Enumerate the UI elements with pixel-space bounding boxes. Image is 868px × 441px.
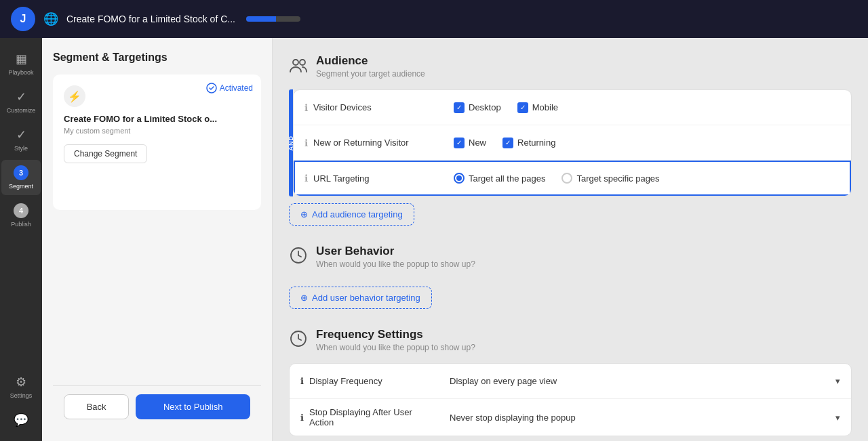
visitor-devices-row: ℹ Visitor Devices ✓ Desktop ✓ Mobile [294, 90, 851, 125]
mobile-check-box: ✓ [517, 102, 528, 113]
info-icon-returning: ℹ [304, 138, 308, 148]
visitor-devices-label: ℹ Visitor Devices [294, 94, 443, 121]
info-icon-frequency: ℹ [300, 376, 304, 386]
new-check-box: ✓ [454, 138, 465, 148]
chevron-down-icon[interactable]: ▾ [835, 376, 840, 386]
segment-panel-title: Segment & Targetings [53, 51, 261, 64]
style-icon: ✓ [16, 127, 26, 142]
frequency-icon [289, 329, 308, 352]
info-icon-url: ℹ [304, 173, 308, 184]
new-returning-options: ✓ New ✓ Returning [443, 129, 851, 156]
info-icon-devices: ℹ [304, 102, 308, 113]
segment-name: Create FOMO for a Limited Stock o... [64, 114, 250, 124]
segment-description: My custom segment [64, 127, 250, 135]
sidebar-item-style[interactable]: ✓ Style [1, 122, 41, 157]
url-targeting-options: Target all the pages Target specific pag… [443, 165, 851, 192]
audience-table: ℹ Visitor Devices ✓ Desktop ✓ Mobile [293, 89, 852, 196]
plus-circle-icon: ⊕ [300, 209, 308, 219]
audience-section: Audience Segment your target audience AN… [289, 54, 852, 226]
desktop-checkbox[interactable]: ✓ Desktop [454, 102, 501, 113]
back-button[interactable]: Back [64, 394, 129, 419]
sidebar-item-playbook[interactable]: ▦ Playbook [1, 46, 41, 81]
next-to-publish-button[interactable]: Next to Publish [136, 394, 250, 419]
audience-table-container: AND ℹ Visitor Devices ✓ Desktop [289, 89, 852, 196]
visitor-devices-options: ✓ Desktop ✓ Mobile [443, 94, 851, 121]
add-user-behavior-button[interactable]: ⊕ Add user behavior targeting [289, 287, 432, 309]
new-checkbox[interactable]: ✓ New [454, 138, 486, 148]
target-all-pages-radio[interactable]: Target all the pages [454, 173, 545, 184]
returning-check-box: ✓ [502, 138, 513, 148]
chevron-down-icon-stop[interactable]: ▾ [835, 413, 840, 423]
stop-displaying-label: ℹ Stop Displaying After User Action [290, 399, 439, 436]
chat-icon: 💬 [14, 413, 28, 427]
audience-title: Audience [316, 54, 425, 68]
stop-displaying-value: Never stop displaying the popup ▾ [439, 404, 851, 431]
sidebar-label-style: Style [14, 145, 28, 152]
frequency-section: Frequency Settings When would you like t… [289, 328, 852, 436]
top-bar: J 🌐 Create FOMO for a Limited Stock of C… [0, 0, 868, 38]
activated-label: Activated [220, 83, 253, 93]
progress-track [246, 16, 300, 22]
new-returning-row: ℹ New or Returning Visitor ✓ New ✓ Retur… [294, 125, 851, 161]
user-behavior-icon [289, 246, 308, 269]
lightning-icon: ⚡ [64, 85, 85, 107]
segment-panel: Segment & Targetings Activated ⚡ Create … [42, 38, 273, 441]
sidebar-label-publish: Publish [11, 221, 31, 228]
playbook-icon: ▦ [16, 51, 27, 66]
sidebar-label-customize: Customize [7, 107, 36, 114]
user-behavior-header: User Behavior When would you like the po… [289, 245, 852, 269]
url-targeting-row: ℹ URL Targeting Target all the pages Tar… [294, 161, 851, 196]
sidebar-item-segment[interactable]: 3 Segment [1, 160, 41, 195]
new-returning-label: ℹ New or Returning Visitor [294, 129, 443, 156]
sidebar-item-publish[interactable]: 4 Publish [1, 198, 41, 233]
frequency-title: Frequency Settings [316, 328, 475, 341]
change-segment-button[interactable]: Change Segment [64, 144, 147, 163]
sidebar-label-playbook: Playbook [8, 69, 33, 76]
user-behavior-section: User Behavior When would you like the po… [289, 245, 852, 309]
display-frequency-label: ℹ Display Frequency [290, 368, 439, 394]
add-audience-targeting-button[interactable]: ⊕ Add audience targeting [289, 203, 414, 226]
target-specific-radio-circle [561, 173, 572, 184]
display-frequency-value: Display on every page view ▾ [439, 368, 851, 394]
check-circle-icon [206, 83, 217, 93]
svg-point-1 [293, 60, 298, 65]
publish-step-badge: 4 [14, 203, 28, 218]
app-logo: J [11, 7, 35, 31]
mobile-checkbox[interactable]: ✓ Mobile [517, 102, 558, 113]
target-all-radio-circle [454, 173, 465, 184]
bottom-bar: Back Next to Publish [53, 385, 261, 427]
returning-checkbox[interactable]: ✓ Returning [502, 138, 555, 148]
url-targeting-label: ℹ URL Targeting [294, 165, 443, 192]
progress-fill [246, 16, 276, 22]
and-label: AND [288, 133, 294, 154]
info-icon-stop: ℹ [300, 413, 304, 423]
segment-step-badge: 3 [14, 165, 28, 180]
sidebar-item-customize[interactable]: ✓ Customize [1, 84, 41, 119]
settings-icon: ⚙ [16, 375, 26, 390]
user-behavior-title: User Behavior [316, 245, 475, 258]
audience-header: Audience Segment your target audience [289, 54, 852, 79]
target-specific-pages-radio[interactable]: Target specific pages [561, 173, 659, 184]
frequency-subtitle: When would you like the popup to show up… [316, 343, 475, 352]
frequency-table: ℹ Display Frequency Display on every pag… [289, 363, 852, 436]
segment-card: Activated ⚡ Create FOMO for a Limited St… [53, 75, 261, 210]
user-behavior-subtitle: When would you like the popup to show up… [316, 259, 475, 269]
audience-icon [289, 56, 308, 79]
audience-subtitle: Segment your target audience [316, 69, 425, 79]
sidebar-item-settings[interactable]: ⚙ Settings [1, 369, 41, 404]
segment-status: Activated [206, 83, 253, 93]
sidebar-item-chat[interactable]: 💬 [1, 407, 41, 433]
frequency-header: Frequency Settings When would you like t… [289, 328, 852, 352]
customize-icon: ✓ [16, 89, 26, 104]
display-frequency-row: ℹ Display Frequency Display on every pag… [290, 364, 851, 399]
page-title: Create FOMO for a Limited Stock of C... [66, 14, 235, 24]
main-layout: ▦ Playbook ✓ Customize ✓ Style 3 Segment… [0, 38, 868, 441]
globe-icon: 🌐 [43, 12, 58, 26]
plus-circle-icon-behavior: ⊕ [300, 293, 308, 303]
sidebar-nav: ▦ Playbook ✓ Customize ✓ Style 3 Segment… [0, 38, 42, 441]
desktop-check-box: ✓ [454, 102, 465, 113]
content-area: Audience Segment your target audience AN… [273, 38, 868, 441]
svg-point-2 [300, 60, 305, 65]
progress-bar-container [246, 16, 300, 22]
stop-displaying-row: ℹ Stop Displaying After User Action Neve… [290, 399, 851, 436]
